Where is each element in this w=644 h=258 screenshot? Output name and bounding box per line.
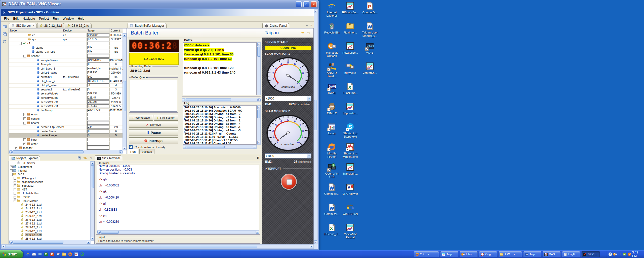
tree-row[interactable]: heaterOutpPercent2.92.9 xyxy=(9,125,123,130)
target-cell[interactable]: DISABLED, I... xyxy=(87,79,109,83)
tree-row[interactable]: setpoint1tc1_driveable300300 xyxy=(9,75,123,79)
tree-row[interactable]: +emon xyxy=(9,112,123,117)
toolbar-fs2-icon[interactable] xyxy=(3,32,7,36)
minimize-view-icon[interactable]: ─ xyxy=(306,24,308,27)
expand-icon[interactable]: + xyxy=(14,196,16,199)
tree-row[interactable]: ctrl_Loop_2DISABLED, I...DISABLED, I. xyxy=(9,79,123,84)
collapse-all-icon[interactable] xyxy=(77,156,82,161)
task-button-taip-[interactable]: Taip... xyxy=(440,251,458,257)
tab-28-9-12-2-tcl[interactable]: 28-9-12_2.tcl xyxy=(65,23,92,28)
quicklaunch-ppt-icon[interactable]: P xyxy=(50,252,54,256)
tree-row[interactable]: ctrlLp2_value-1-1 xyxy=(9,83,123,88)
back-icon[interactable]: ⇦ xyxy=(301,30,304,35)
task-button-das-[interactable]: V2DAS... xyxy=(543,251,561,257)
checkbox-checked-icon[interactable] xyxy=(129,145,133,149)
menu-file[interactable]: File xyxy=(2,16,11,21)
desktop-icon-openvpn-gui[interactable]: ↗OpenVPN GUI xyxy=(323,163,341,179)
tray-chevron-icon[interactable] xyxy=(608,252,612,256)
desktop-icon-runnumb-[interactable]: XRunNumb... xyxy=(341,82,359,95)
expand-icon[interactable]: + xyxy=(14,192,16,195)
target-cell[interactable] xyxy=(87,121,109,125)
desktop-icon-commissi-[interactable]: WCommissi... xyxy=(323,203,341,216)
vnc-titlebar[interactable]: V2 DAS1-TAIPAN - VNC Viewer ─ □ ✕ xyxy=(0,0,319,8)
project-scrollbar[interactable]: ▲ ▼ xyxy=(90,161,94,241)
terminal-hscrollbar[interactable]: ◄ ► xyxy=(97,230,259,234)
command-input[interactable]: Press Ctrl+Space to trigger command hist… xyxy=(98,239,153,242)
log-hscrollbar[interactable]: ◄ ► xyxy=(183,145,257,149)
target-cell[interactable]: enabled, In... xyxy=(87,67,109,70)
project-item[interactable]: 24-9-12_1.tcl xyxy=(9,203,91,207)
desktop-icon-powdersc-[interactable]: PowderSc... xyxy=(341,42,359,54)
project-item[interactable]: +PExperiment xyxy=(9,165,91,169)
tab-project-explorer[interactable]: P Project Explorer xyxy=(9,155,40,161)
terminal-toolbar-b-icon[interactable]: B xyxy=(257,156,259,160)
target-cell[interactable]: 3 xyxy=(87,88,109,91)
tree-row[interactable]: −tc1 xyxy=(9,41,123,46)
maximize-view-icon[interactable]: □ xyxy=(310,24,312,27)
desktop-icon-dave[interactable]: DAVE↗DAVE xyxy=(323,82,341,95)
tree-row[interactable]: status_Ctrl_Lp2idleidle xyxy=(9,50,123,54)
desktop-icon-microsoft-outlook[interactable]: OMicrosoft Outlook xyxy=(323,42,341,58)
expand-icon[interactable]: + xyxy=(23,138,26,141)
desktop-icon-ventersa-[interactable]: VenterSa... xyxy=(361,62,379,75)
buffer-scrollbar[interactable]: ▲ xyxy=(257,42,261,95)
log-scrollbar[interactable]: ▲ ▼ xyxy=(257,105,261,145)
expand-icon[interactable]: + xyxy=(15,147,18,149)
pause-button[interactable]: Pause xyxy=(129,129,178,136)
tray-vnctray-icon[interactable] xyxy=(627,252,631,256)
project-item[interactable]: 28-9-12_2.tcl xyxy=(9,233,91,237)
task-button-logf-[interactable]: LogF... xyxy=(562,251,580,257)
tree-row[interactable]: ctrl_Loop_1enabled, In...enabled, In. xyxy=(9,67,123,71)
column-header-current[interactable]: Current xyxy=(109,28,123,33)
project-item[interactable]: +Bob 2012 xyxy=(9,184,91,188)
collapse-icon[interactable]: − xyxy=(10,173,13,176)
project-item[interactable]: 27-9-12_2.tcl xyxy=(9,225,91,229)
project-item[interactable]: 27-9-12_1.tcl xyxy=(9,222,91,225)
desktop-icon-eiscansju-[interactable]: EiScansJu... xyxy=(341,2,359,14)
vnc-vscrollbar[interactable]: ▲ ▼ xyxy=(314,9,318,244)
desktop-icon-mozilla-firefox[interactable]: ↗Mozilla Firefox xyxy=(323,143,341,158)
tree-row[interactable]: enen0.0058540.005854 xyxy=(9,33,123,38)
target-cell[interactable] xyxy=(87,42,109,45)
desktop-icon-ansto-trust-[interactable]: ↗ANSTO Trust... xyxy=(323,62,341,78)
desktop-icon-internet-explorer[interactable]: eInternet Explorer xyxy=(323,2,341,17)
project-item[interactable]: +NBT xyxy=(9,188,91,191)
quicklaunch-show-desktop-icon[interactable] xyxy=(38,252,42,256)
quicklaunch-ie-icon[interactable]: e xyxy=(26,252,30,256)
desktop-icon-vtas[interactable]: vTAS↗vTAS xyxy=(361,42,379,54)
desktop-icon-putty-exe[interactable]: putty.exe xyxy=(341,62,359,75)
menu-project[interactable]: Project xyxy=(37,16,51,21)
tree-row[interactable]: sensorValueC299.996299.996 xyxy=(9,100,123,105)
log-text-area[interactable]: [2012-09-28 15:10:36] Scan start: 0.8000… xyxy=(183,105,257,145)
expand-icon[interactable]: + xyxy=(23,113,26,116)
desktop-icon-fluxinfor-[interactable]: FluxInfor... xyxy=(341,22,359,34)
toolbar-fs1-icon[interactable] xyxy=(3,24,7,29)
desktop-icon-eiscans-j-[interactable]: XEiScans_J... xyxy=(323,223,341,236)
tree-row[interactable]: heaterRange55 xyxy=(9,133,123,138)
tab-run[interactable]: Run xyxy=(128,149,138,154)
bm2-multiplier-select[interactable]: x1000▼ xyxy=(265,153,311,158)
view-menu-icon[interactable]: ▽ xyxy=(90,157,92,159)
sics-titlebar[interactable]: SICS Experiment - SICS - Gumtree xyxy=(1,9,318,16)
target-cell[interactable]: 504.999 xyxy=(87,92,109,95)
desktop-icon-commissi-[interactable]: WCommissi... xyxy=(323,183,341,196)
quicklaunch-word-icon[interactable]: W xyxy=(56,252,60,256)
project-item[interactable]: +P2202 xyxy=(9,195,91,199)
vnc-hscrollbar[interactable]: ◄ ► xyxy=(1,244,314,249)
task-button-4-w-[interactable]: 4 W...▼ xyxy=(498,251,522,257)
quicklaunch-msn-icon[interactable] xyxy=(80,252,85,256)
target-cell[interactable]: idle xyxy=(87,50,109,53)
check-instrument-ready[interactable]: Check instrument ready xyxy=(129,145,165,149)
collapse-icon[interactable]: − xyxy=(23,55,26,57)
project-item[interactable]: 25-9-12_2.tcl xyxy=(9,214,91,218)
buffer-text-area[interactable]: #300K data sets#drive qh 0 qk 0 ql 1 en … xyxy=(183,42,257,95)
tree-hscrollbar[interactable]: ◄► xyxy=(9,150,123,154)
target-cell[interactable]: 300 xyxy=(87,75,109,79)
close-tab-icon[interactable]: ✕ xyxy=(33,24,35,27)
tree-row[interactable]: +control xyxy=(9,117,123,121)
desktop-icon-lamp[interactable]: ↗Lamp xyxy=(323,122,341,135)
desktop-icon-contourd-[interactable]: PContourD... xyxy=(361,2,379,14)
collapse-icon[interactable]: − xyxy=(14,200,16,202)
desktop-icon-shortcut-to-skype-exe[interactable]: S↗Shortcut to Skype.exe xyxy=(341,122,359,138)
project-item[interactable]: −SICS xyxy=(9,173,91,176)
